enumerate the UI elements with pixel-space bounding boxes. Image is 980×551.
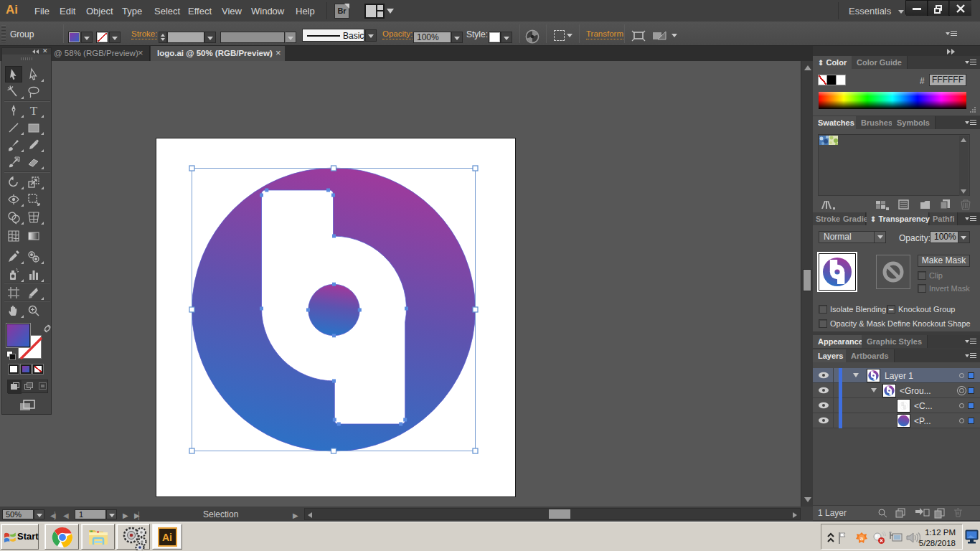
svg-text:T: T (30, 104, 38, 118)
svg-text:a: a (860, 535, 864, 542)
